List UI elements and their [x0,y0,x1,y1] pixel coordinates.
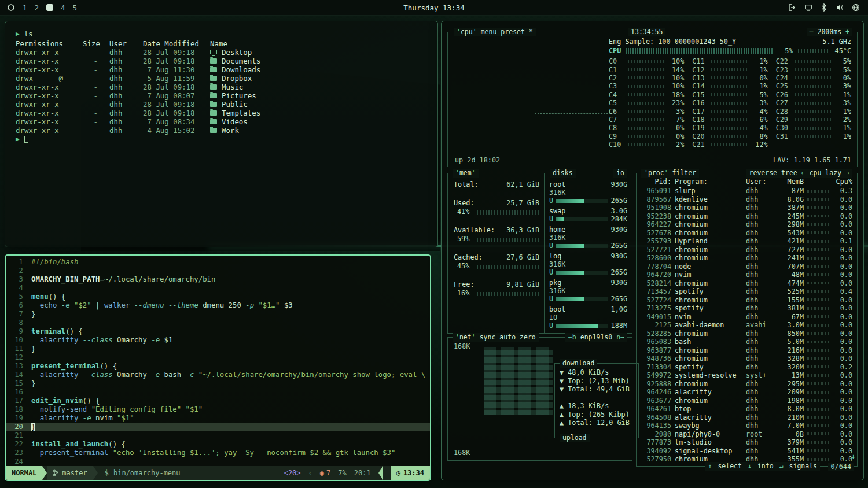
process-row[interactable]: 949015 nvim dhh 67M 0.0 [641,313,852,321]
process-row[interactable]: 777873 lm-studio dhh 379M 0.0 [641,438,852,447]
process-cpu: 0.0 [833,313,852,321]
terminal-window-ls[interactable]: ▶ ls Permissions Size User Date Modified… [5,21,438,247]
process-row[interactable]: 549972 systemd-resolve syst+ 13M 0.0 [641,371,852,380]
key-info[interactable]: ↓ [748,462,752,471]
process-row[interactable]: 963877 chromium dhh 216M 0.0 [641,346,852,355]
process-row[interactable]: 2080 napi/phy0-0 root 0B 0.0 [641,430,852,439]
interval-decrease-button[interactable]: ─ [810,28,814,36]
process-row[interactable]: 964720 nvim dhh 48M 0.0 [641,271,852,279]
process-row[interactable]: 948736 chromium dhh 328M 0.0 [641,354,852,363]
workspace-active-indicator[interactable] [46,4,53,11]
code-line[interactable]: 20 } [6,423,430,431]
code-line[interactable]: 18 notify-send "Editing config file" "$1… [6,405,430,414]
code-line[interactable]: 8 [6,319,430,327]
menu-button[interactable]: menu [481,28,497,36]
process-row[interactable]: 879567 kdenlive dhh 8.0G 0.0 [641,195,852,204]
process-row[interactable]: 925888 chromium dhh 295M 0.0 [641,380,852,389]
code-line[interactable]: 7 } [6,310,430,319]
process-row[interactable]: 778704 node dhh 707M 0.0 [641,263,852,271]
process-row[interactable]: 965091 slurp dhh 87M 0.3 [641,187,852,195]
globe-icon[interactable] [852,3,860,12]
process-row[interactable]: 394092 signal-desktop dhh 541M 0.0 [641,447,852,456]
key-signals[interactable]: ↵ [779,462,784,471]
process-row[interactable]: 255793 Hyprland dhh 421M 0.1 [641,237,852,246]
process-row[interactable]: 527721 chromium dhh 727M 0.0 [641,246,852,254]
display-icon[interactable] [804,3,812,12]
process-row[interactable]: 951908 chromium dhh 387M 0.0 [641,204,852,212]
reverse-button[interactable]: reverse [749,169,777,178]
process-row[interactable]: 964135 swaybg dhh 7.0M 0.0 [641,422,852,430]
shell-prompt-empty[interactable]: ▶ [16,135,427,143]
code-line[interactable]: 11 } [6,345,430,353]
net-next-iface-button[interactable]: n→ [616,333,624,342]
code-line[interactable]: 22 install_and_launch() { [6,440,430,449]
clock[interactable]: Thursday 13:34 [403,3,464,12]
workspace-1[interactable]: 1 [23,3,27,12]
process-mem: 295M [776,380,804,389]
bluetooth-icon[interactable] [821,3,827,12]
net-auto-button[interactable]: auto [499,333,516,342]
btop-window[interactable]: 'cpu' menu preset * 13:34:55 ─ 2000ms + … [441,21,864,480]
process-row[interactable]: 964508 alacritty dhh 210M 0.0 [641,413,852,422]
code-line[interactable]: 15 } [6,379,430,388]
code-line[interactable]: 6 echo -e "$2" | walker --dmenu --theme … [6,301,430,310]
process-row[interactable]: 528285 chromium dhh 850M 0.0 [641,330,852,338]
process-row[interactable]: 527678 chromium dhh 543M 0.0 [641,229,852,238]
line-text: alacritty --class Omarchy -e bash -c "~/… [31,371,425,379]
code-line[interactable]: 23 present_terminal "echo 'Installing $1… [6,449,430,457]
code-line[interactable]: 5 menu() { [6,293,430,301]
workspace-2[interactable]: 2 [35,3,39,12]
code-line[interactable]: 9 terminal() { [6,327,430,336]
interval-increase-button[interactable]: + [845,28,849,36]
sort-next-button[interactable]: → [845,169,849,178]
code-line[interactable]: 3 OMARCHY_BIN_PATH=~/.local/share/omarch… [6,275,430,284]
code-line[interactable]: 19 alacritty -e nvim "$1" [6,414,430,423]
process-row[interactable]: 2125 avahi-daemon avahi 3.0M 0.0 [641,321,852,330]
process-row[interactable]: 527724 chromium dhh 155M 0.0 [641,296,852,305]
tree-button[interactable]: tree [781,169,797,178]
col-memb[interactable]: MemB [776,178,804,186]
workspace-5[interactable]: 5 [73,3,78,12]
process-row[interactable]: 964261 btop dhh 8.0M 0.0 [641,405,852,413]
process-row[interactable]: 528600 chromium dhh 241M 0.0 [641,254,852,263]
code-line[interactable]: 21 [6,431,430,440]
code-line[interactable]: 4 [6,284,430,293]
omarchy-logo-icon[interactable] [7,3,15,12]
code-line[interactable]: 1 #!/bin/bash [6,258,430,267]
process-row[interactable]: 965083 bash dhh 5.0M 0.0 [641,338,852,346]
code-line[interactable]: 2 [6,267,430,275]
col-cpu[interactable]: Cpu% [833,178,852,186]
col-user[interactable]: User: [746,178,773,186]
filter-button[interactable]: filter [672,169,697,178]
net-sync-button[interactable]: sync [480,333,496,342]
preset-button[interactable]: preset * [501,28,532,36]
code-editor[interactable]: 1 #!/bin/bash 2 3 OMARCHY_BIN_PATH=~/.lo… [6,258,430,466]
process-row[interactable]: 964246 alacritty dhh 209M 0.0 [641,388,852,397]
code-line[interactable]: 10 alacritty --class Omarchy -e $1 [6,336,430,345]
code-line[interactable]: 13 present_terminal() { [6,362,430,371]
process-row[interactable]: 713457 spotify dhh 525M 0.4 [641,287,852,296]
process-row[interactable]: 713304 spotify dhh 320M 0.2 [641,363,852,372]
process-row[interactable]: 528214 chromium dhh 474M 0.0 [641,279,852,288]
col-pid[interactable]: Pid: [641,178,671,186]
col-program[interactable]: Program: [675,178,742,186]
net-zero-button[interactable]: zero [520,333,536,342]
sort-prev-button[interactable]: ← [801,169,806,178]
net-prev-iface-button[interactable]: ←b [568,333,576,342]
process-row[interactable]: 952238 chromium dhh 245M 0.0 [641,212,852,221]
logout-icon[interactable] [788,3,796,12]
scroll-down-arrow[interactable]: ↓ [851,452,855,460]
neovim-window[interactable]: 1 #!/bin/bash 2 3 OMARCHY_BIN_PATH=~/.lo… [5,254,431,481]
code-line[interactable]: 14 alacritty --class Omarchy -e bash -c … [6,371,430,379]
process-row[interactable]: 964227 chromium dhh 298M 0.0 [641,220,852,229]
code-line[interactable]: 24 [6,457,430,466]
code-line[interactable]: 16 [6,388,430,397]
code-line[interactable]: 12 [6,353,430,362]
process-row[interactable]: 963677 chromium dhh 198M 0.0 [641,397,852,405]
key-select[interactable]: ↑ [708,462,712,471]
process-pid: 964135 [641,422,671,430]
process-row[interactable]: 713275 spotify dhh 381M 0.0 [641,304,852,313]
volume-icon[interactable] [836,3,844,12]
workspace-4[interactable]: 4 [61,3,65,12]
code-line[interactable]: 17 edit_in_nvim() { [6,397,430,405]
